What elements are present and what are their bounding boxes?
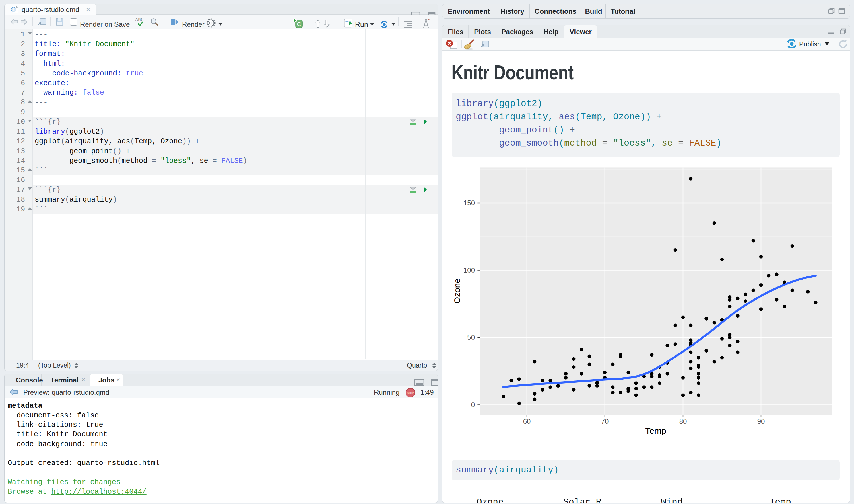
svg-text:C: C <box>297 21 301 27</box>
svg-text:ABC: ABC <box>135 17 144 22</box>
svg-text:STOP: STOP <box>407 392 414 395</box>
